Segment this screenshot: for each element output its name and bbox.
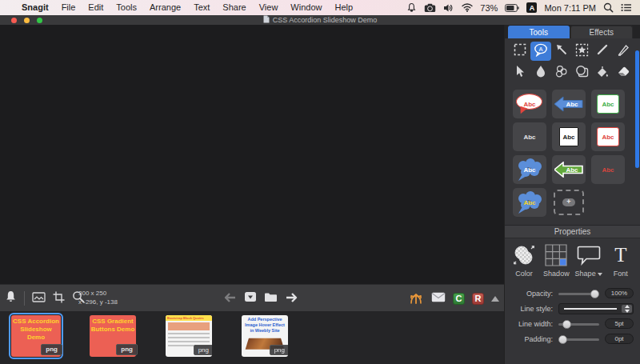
tool-stamp[interactable] bbox=[572, 42, 593, 61]
tray-item-weebly-hover[interactable]: Add Perspective Image Hover Effect in We… bbox=[242, 315, 288, 357]
tray-toggle-icon[interactable] bbox=[244, 291, 257, 306]
share-output-icon[interactable] bbox=[408, 290, 424, 307]
menu-text[interactable]: Text bbox=[187, 0, 216, 15]
dashed-border: + bbox=[554, 190, 584, 215]
stepper-control[interactable] bbox=[622, 305, 632, 313]
add-style-button[interactable]: + bbox=[552, 188, 586, 217]
line-width-slider[interactable] bbox=[558, 319, 599, 329]
tool-blur[interactable] bbox=[530, 63, 551, 82]
padding-slider[interactable] bbox=[558, 334, 599, 344]
tool-pen[interactable] bbox=[592, 42, 613, 61]
email-icon[interactable] bbox=[431, 291, 446, 306]
padding-slider-knob[interactable] bbox=[558, 335, 567, 344]
menu-tools[interactable]: Tools bbox=[110, 0, 143, 15]
forward-arrow-icon[interactable] bbox=[285, 291, 298, 306]
padding-value[interactable]: 0pt bbox=[605, 334, 634, 344]
style-label: Abc bbox=[523, 134, 535, 141]
opacity-label: Opacity: bbox=[506, 290, 553, 298]
style-rect-red[interactable]: Abc bbox=[591, 122, 625, 151]
step-numbers-icon bbox=[554, 65, 568, 82]
tool-highlighter[interactable] bbox=[613, 42, 634, 61]
style-rect-black[interactable]: Abc bbox=[552, 122, 586, 151]
line-width-label: Line width: bbox=[506, 320, 553, 328]
resize-image-icon[interactable] bbox=[32, 291, 46, 306]
editor-canvas[interactable] bbox=[0, 25, 504, 284]
volume-icon[interactable] bbox=[443, 3, 454, 13]
line-width-value[interactable]: 5pt bbox=[605, 318, 634, 329]
spotlight-icon[interactable] bbox=[603, 2, 614, 13]
tool-arrow[interactable] bbox=[551, 42, 572, 61]
relay-output-icon[interactable]: R bbox=[472, 293, 484, 305]
style-arrow-blue[interactable]: Abc bbox=[552, 90, 586, 118]
color-button[interactable]: Color bbox=[508, 243, 540, 278]
style-cloud-blue[interactable]: Abc bbox=[513, 155, 546, 184]
style-plain-red-text[interactable]: Abc bbox=[591, 155, 625, 184]
tool-shape[interactable] bbox=[572, 63, 593, 82]
notification-center-icon[interactable] bbox=[621, 3, 632, 12]
line-width-slider-knob[interactable] bbox=[562, 320, 571, 329]
menu-clock[interactable]: Mon 7:11 PM bbox=[544, 3, 596, 13]
camtasia-output-icon[interactable]: C bbox=[453, 293, 465, 305]
close-button[interactable] bbox=[11, 18, 17, 23]
thumbnail-title: CSS Accordion Slideshow Demo bbox=[11, 318, 61, 342]
font-label: Font bbox=[614, 270, 628, 278]
thumbnail-title: Add Perspective Image Hover Effect in We… bbox=[242, 315, 288, 334]
thumbnail-content bbox=[168, 322, 210, 330]
camera-icon[interactable] bbox=[424, 3, 436, 13]
shape-button[interactable]: Shape bbox=[573, 243, 605, 278]
zoom-button[interactable] bbox=[37, 18, 42, 23]
style-cloud-yellow-text[interactable]: Abc bbox=[513, 188, 546, 217]
battery-icon[interactable] bbox=[505, 4, 519, 12]
window-title: CSS Accordion Slideshow Demo bbox=[273, 16, 378, 24]
svg-text:A: A bbox=[538, 45, 542, 52]
menu-view[interactable]: View bbox=[253, 0, 285, 15]
tool-eraser[interactable] bbox=[613, 63, 634, 82]
bell-icon[interactable] bbox=[406, 2, 417, 13]
menu-file[interactable]: File bbox=[55, 0, 82, 15]
style-arrow-green[interactable]: Abc bbox=[552, 155, 586, 184]
shadow-icon bbox=[540, 243, 572, 267]
tray-item-css-accordion[interactable]: CSS Accordion Slideshow Demo png bbox=[11, 315, 61, 357]
tool-callout[interactable]: A bbox=[530, 42, 551, 61]
document-icon bbox=[263, 15, 270, 25]
sidebar-scrollbar[interactable] bbox=[635, 50, 639, 168]
collapse-tray-icon[interactable] bbox=[491, 296, 499, 302]
menu-help[interactable]: Help bbox=[328, 0, 359, 15]
tool-step[interactable] bbox=[551, 63, 572, 82]
stamp-icon bbox=[575, 43, 589, 60]
font-button[interactable]: T Font bbox=[605, 243, 637, 278]
style-bubble-red[interactable]: Abc bbox=[513, 90, 546, 118]
opacity-slider[interactable] bbox=[558, 289, 599, 298]
tab-effects[interactable]: Effects bbox=[570, 26, 634, 38]
tray-item-css-gradient[interactable]: CSS Gradient Buttons Demo png bbox=[90, 315, 136, 357]
keyboard-input-icon[interactable]: A bbox=[526, 2, 537, 13]
padding-control: Padding: 0pt bbox=[506, 331, 634, 346]
style-plain-white[interactable]: Abc bbox=[513, 122, 546, 151]
line-style-dropdown[interactable] bbox=[558, 303, 634, 314]
style-rect-green[interactable]: Abc bbox=[591, 90, 625, 118]
recent-captures-tray: CSS Accordion Slideshow Demo png CSS Gra… bbox=[0, 311, 504, 364]
menu-share[interactable]: Share bbox=[216, 0, 252, 15]
tool-palette: A bbox=[505, 38, 640, 84]
wifi-icon[interactable] bbox=[462, 3, 473, 12]
menu-snagit[interactable]: Snagit bbox=[15, 0, 55, 15]
minimize-button[interactable] bbox=[24, 18, 30, 23]
tab-tools[interactable]: Tools bbox=[508, 26, 570, 38]
menu-window[interactable]: Window bbox=[284, 0, 328, 15]
notifications-bell-icon[interactable] bbox=[5, 290, 17, 306]
tray-item-bootstrap-quotes[interactable]: Bootstrap Block Quotes png bbox=[166, 315, 212, 357]
opacity-slider-knob[interactable] bbox=[590, 290, 599, 298]
tool-move[interactable] bbox=[510, 63, 530, 82]
thumbnail-line bbox=[168, 333, 210, 334]
folder-icon[interactable] bbox=[264, 291, 278, 306]
opacity-value[interactable]: 100% bbox=[605, 288, 634, 298]
property-buttons: Color Shadow Shape T Font bbox=[505, 238, 640, 279]
line-style-label: Line style: bbox=[506, 305, 553, 313]
crop-icon[interactable] bbox=[53, 291, 65, 306]
shadow-button[interactable]: Shadow bbox=[540, 243, 572, 278]
menu-edit[interactable]: Edit bbox=[82, 0, 110, 15]
tool-selection[interactable] bbox=[510, 42, 530, 61]
menu-arrange[interactable]: Arrange bbox=[143, 0, 187, 15]
back-arrow-icon[interactable] bbox=[224, 291, 237, 306]
tool-fill[interactable] bbox=[592, 63, 613, 82]
